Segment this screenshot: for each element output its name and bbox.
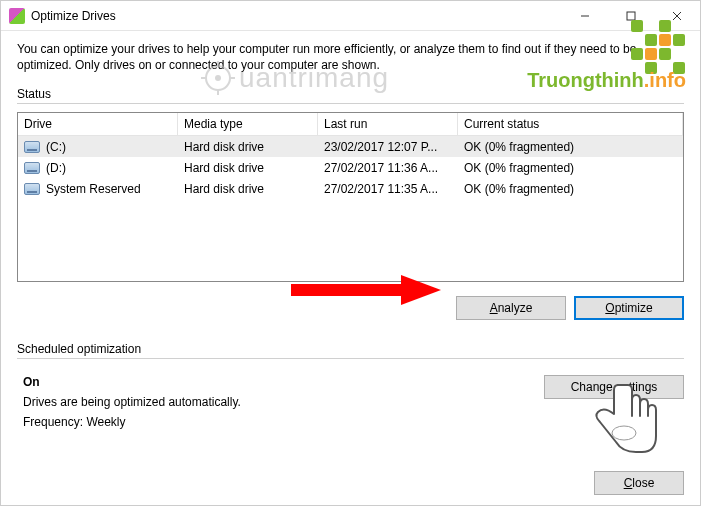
- drive-icon: [24, 162, 40, 174]
- drive-name: System Reserved: [46, 182, 141, 196]
- current-status: OK (0% fragmented): [458, 182, 683, 196]
- scheduled-label: Scheduled optimization: [17, 342, 684, 356]
- table-header: Drive Media type Last run Current status: [18, 113, 683, 136]
- schedule-description: Drives are being optimized automatically…: [23, 395, 524, 409]
- media-type: Hard disk drive: [178, 140, 318, 154]
- status-buttons: Analyze Optimize: [17, 296, 684, 320]
- close-button[interactable]: Close: [594, 471, 684, 495]
- media-type: Hard disk drive: [178, 182, 318, 196]
- last-run: 27/02/2017 11:36 A...: [318, 161, 458, 175]
- analyze-button[interactable]: Analyze: [456, 296, 566, 320]
- schedule-on-label: On: [23, 375, 524, 389]
- drive-icon: [24, 183, 40, 195]
- divider: [17, 358, 684, 359]
- media-type: Hard disk drive: [178, 161, 318, 175]
- footer: Close: [594, 471, 684, 495]
- drive-name: (C:): [46, 140, 66, 154]
- last-run: 27/02/2017 11:35 A...: [318, 182, 458, 196]
- drives-table: Drive Media type Last run Current status…: [17, 112, 684, 282]
- drive-icon: [24, 141, 40, 153]
- close-window-button[interactable]: [654, 1, 700, 30]
- window-buttons: [562, 1, 700, 30]
- divider: [17, 103, 684, 104]
- window-title: Optimize Drives: [31, 9, 562, 23]
- content-area: You can optimize your drives to help you…: [1, 31, 700, 441]
- maximize-button[interactable]: [608, 1, 654, 30]
- col-drive-header[interactable]: Drive: [18, 113, 178, 135]
- scheduled-optimization-section: Scheduled optimization On Drives are bei…: [17, 342, 684, 435]
- optimize-button[interactable]: Optimize: [574, 296, 684, 320]
- last-run: 23/02/2017 12:07 P...: [318, 140, 458, 154]
- minimize-button[interactable]: [562, 1, 608, 30]
- svg-rect-1: [627, 12, 635, 20]
- description-text: You can optimize your drives to help you…: [17, 41, 684, 73]
- schedule-frequency: Frequency: Weekly: [23, 415, 524, 429]
- table-row[interactable]: System ReservedHard disk drive27/02/2017…: [18, 178, 683, 199]
- app-icon: [9, 8, 25, 24]
- current-status: OK (0% fragmented): [458, 161, 683, 175]
- col-last-header[interactable]: Last run: [318, 113, 458, 135]
- status-label: Status: [17, 87, 684, 101]
- drive-name: (D:): [46, 161, 66, 175]
- col-status-header[interactable]: Current status: [458, 113, 683, 135]
- titlebar: Optimize Drives: [1, 1, 700, 31]
- current-status: OK (0% fragmented): [458, 140, 683, 154]
- table-row[interactable]: (D:)Hard disk drive27/02/2017 11:36 A...…: [18, 157, 683, 178]
- change-settings-button[interactable]: Change settings: [544, 375, 684, 399]
- table-row[interactable]: (C:)Hard disk drive23/02/2017 12:07 P...…: [18, 136, 683, 157]
- col-media-header[interactable]: Media type: [178, 113, 318, 135]
